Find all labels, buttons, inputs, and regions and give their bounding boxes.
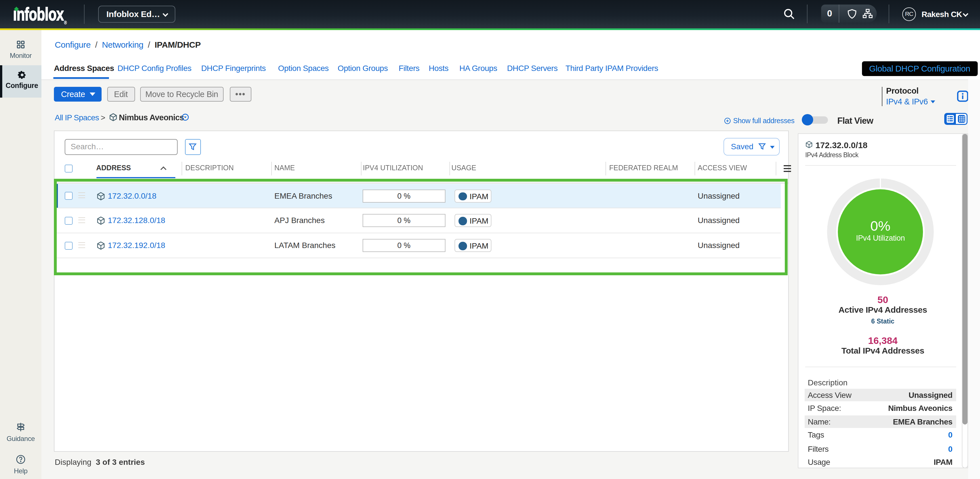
svg-text:0%: 0%	[870, 218, 890, 233]
svg-text:IPv4 Utilization: IPv4 Utilization	[856, 234, 905, 242]
